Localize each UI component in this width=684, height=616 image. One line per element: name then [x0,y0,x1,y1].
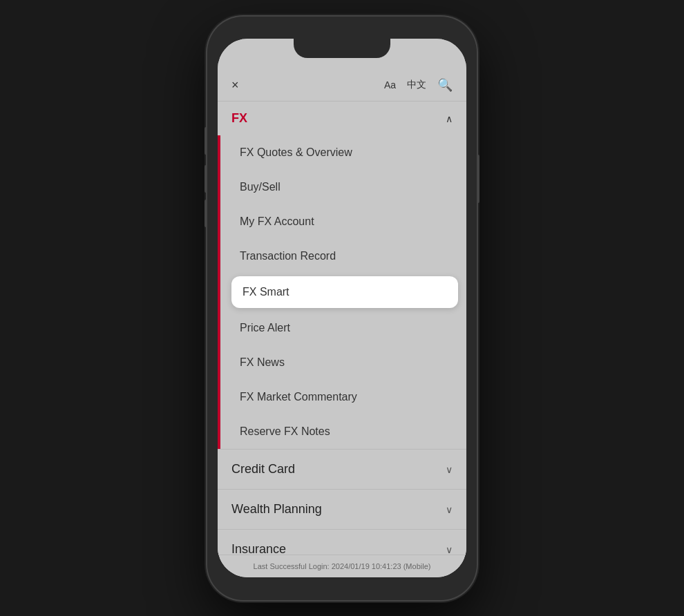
fx-submenu: FX Quotes & Overview Buy/Sell My FX Acco… [218,135,466,449]
phone-screen: × Aa 中文 🔍 FX ∧ FX Quotes & Overview [218,39,466,577]
wealth-planning-title: Wealth Planning [231,502,322,517]
fx-buy-sell-item[interactable]: Buy/Sell [220,170,466,204]
font-size-icon[interactable]: Aa [384,79,396,90]
menu-content: FX ∧ FX Quotes & Overview Buy/Sell My FX… [218,102,466,555]
wealth-planning-section-header[interactable]: Wealth Planning ∨ [218,489,466,529]
insurance-section-header[interactable]: Insurance ∨ [218,529,466,555]
language-toggle[interactable]: 中文 [407,79,426,91]
fx-reserve-notes-item[interactable]: Reserve FX Notes [220,414,466,449]
fx-section-title: FX [231,111,247,126]
fx-transaction-record-item[interactable]: Transaction Record [220,239,466,273]
fx-quotes-overview-item[interactable]: FX Quotes & Overview [220,135,466,170]
credit-card-section-header[interactable]: Credit Card ∨ [218,449,466,489]
footer-bar: Last Successful Login: 2024/01/19 10:41:… [218,555,466,577]
fx-smart-item[interactable]: FX Smart [231,276,458,308]
fx-chevron-up-icon: ∧ [446,113,453,124]
fx-section-header[interactable]: FX ∧ [218,102,466,135]
nav-bar: × Aa 中文 🔍 [218,69,466,102]
nav-right-actions: Aa 中文 🔍 [384,77,453,93]
fx-market-commentary-item[interactable]: FX Market Commentary [220,380,466,414]
fx-price-alert-item[interactable]: Price Alert [220,311,466,345]
insurance-chevron-icon: ∨ [446,544,453,555]
search-icon[interactable]: 🔍 [437,77,453,93]
phone-frame: × Aa 中文 🔍 FX ∧ FX Quotes & Overview [207,17,477,600]
fx-my-account-item[interactable]: My FX Account [220,204,466,239]
insurance-title: Insurance [231,542,286,555]
credit-card-chevron-icon: ∨ [446,464,453,475]
app-content: × Aa 中文 🔍 FX ∧ FX Quotes & Overview [218,69,466,577]
last-login-text: Last Successful Login: 2024/01/19 10:41:… [254,562,431,570]
notch [294,39,390,58]
close-icon[interactable]: × [231,78,239,93]
wealth-planning-chevron-icon: ∨ [446,504,453,515]
credit-card-title: Credit Card [231,462,295,477]
fx-news-item[interactable]: FX News [220,345,466,380]
